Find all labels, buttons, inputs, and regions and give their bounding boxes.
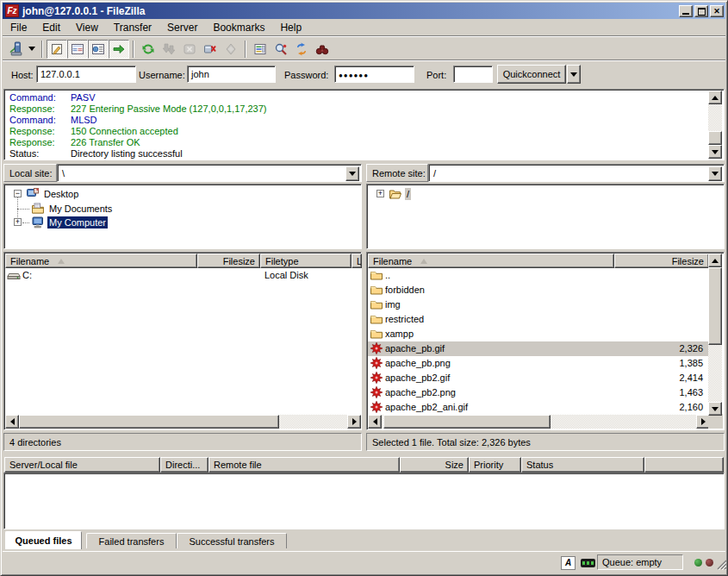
queue-column-size[interactable]: Size (400, 457, 469, 473)
file-row[interactable]: apache_pb.gif2,326 (368, 341, 710, 356)
queue-column-directi[interactable]: Directi... (160, 457, 208, 473)
quickconnect-dropdown-button[interactable] (567, 65, 581, 84)
scroll-down-button[interactable] (708, 402, 722, 416)
file-row[interactable]: apache_pb2.gif2,414 (368, 371, 710, 385)
title-bar[interactable]: Fz john@127.0.0.1 - FileZilla ✕ (3, 3, 725, 19)
local-site-bar: Local site: \ (3, 164, 362, 182)
column-header-label: L (357, 256, 362, 266)
file-row[interactable]: apache_pb2.png1,463 (368, 385, 710, 400)
tree-connector (22, 222, 29, 223)
site-manager-dropdown-button[interactable] (26, 40, 38, 59)
host-input[interactable]: 127.0.0.1 (36, 66, 136, 83)
image-file-icon (370, 371, 383, 385)
port-input[interactable] (453, 66, 493, 83)
scroll-left-button[interactable] (5, 415, 19, 429)
queue-column-priority[interactable]: Priority (469, 457, 521, 473)
directory-comparison-button[interactable] (271, 40, 291, 59)
refresh-button[interactable] (138, 40, 159, 59)
tree-item[interactable]: −Desktop (4, 187, 361, 201)
queue-column-status[interactable]: Status (521, 457, 644, 473)
menu-bookmarks[interactable]: Bookmarks (205, 20, 272, 35)
column-header-filesize[interactable]: Filesize (614, 254, 709, 268)
column-header-filesize[interactable]: Filesize (197, 254, 260, 268)
toggle-queue-button[interactable] (109, 40, 129, 59)
reconnect-button[interactable] (221, 40, 241, 59)
column-header-filename[interactable]: Filename (368, 254, 614, 268)
process-queue-button[interactable] (159, 40, 179, 59)
scroll-thumb[interactable] (19, 415, 279, 429)
queue-status: Queue: empty (597, 554, 683, 570)
toggle-message-log-icon (50, 42, 64, 56)
transfer-type-icon[interactable]: A (561, 556, 576, 570)
menu-help[interactable]: Help (272, 20, 309, 35)
maximize-button[interactable] (694, 5, 708, 17)
tab-successful-transfers[interactable]: Successful transfers (177, 533, 287, 548)
tab-queued-files[interactable]: Queued files (5, 531, 82, 549)
synchronized-browsing-icon (295, 42, 308, 56)
synchronized-browsing-button[interactable] (291, 40, 312, 59)
remote-site-combo[interactable]: / (428, 164, 725, 182)
scroll-down-button[interactable] (708, 145, 722, 159)
file-name: forbidden (385, 285, 425, 295)
scroll-up-button[interactable] (708, 254, 722, 267)
site-manager-button[interactable] (5, 40, 26, 59)
file-row[interactable]: apache_pb2_ani.gif2,160 (368, 400, 710, 415)
local-site-combo[interactable]: \ (57, 164, 362, 182)
log-scroll-thumb[interactable] (708, 131, 722, 145)
tree-item[interactable]: +My Computer (4, 216, 361, 229)
menu-server[interactable]: Server (159, 20, 205, 35)
column-header-l[interactable]: L (352, 254, 362, 268)
expander-minus-icon[interactable]: − (14, 190, 22, 197)
file-row[interactable]: C:Local Disk (5, 268, 362, 283)
scroll-right-button[interactable] (347, 415, 361, 429)
tree-item[interactable]: +/ (367, 187, 724, 201)
local-list-hscrollbar[interactable] (5, 415, 361, 429)
find-files-button[interactable] (312, 40, 333, 59)
file-row[interactable]: img (368, 297, 710, 312)
remote-list-hscrollbar[interactable] (368, 415, 710, 429)
password-input[interactable]: ●●●●●● (334, 66, 414, 83)
scroll-up-button[interactable] (708, 91, 722, 104)
scroll-left-button[interactable] (368, 415, 382, 429)
file-row[interactable]: apache_pb.png1,385 (368, 356, 710, 371)
column-header-filetype[interactable]: Filetype (260, 254, 352, 268)
menu-transfer[interactable]: Transfer (106, 20, 159, 35)
file-row[interactable]: forbidden (368, 283, 710, 297)
file-name: img (385, 299, 401, 310)
expander-plus-icon[interactable]: + (14, 218, 22, 226)
menu-file[interactable]: File (3, 20, 34, 35)
log-scrollbar[interactable] (708, 91, 723, 159)
tab-failed-transfers[interactable]: Failed transfers (86, 533, 177, 548)
scroll-thumb[interactable] (708, 267, 722, 345)
filter-button[interactable] (250, 40, 271, 59)
cancel-button[interactable] (179, 40, 200, 59)
minimize-button[interactable] (679, 5, 693, 17)
menu-edit[interactable]: Edit (34, 20, 68, 35)
username-input[interactable]: john (187, 66, 276, 83)
log-line-text: 226 Transfer OK (71, 137, 140, 148)
file-name: apache_pb2_ani.gif (385, 402, 468, 412)
toggle-remote-tree-button[interactable] (88, 40, 109, 59)
combo-dropdown-button[interactable] (708, 166, 722, 181)
toggle-local-tree-button[interactable] (67, 40, 88, 59)
scroll-thumb[interactable] (383, 415, 551, 429)
menu-view[interactable]: View (68, 20, 106, 35)
remote-list-vscrollbar[interactable] (708, 254, 723, 416)
disconnect-button[interactable] (200, 40, 221, 59)
queue-column-remotefile[interactable]: Remote file (208, 457, 400, 473)
folder-icon (370, 327, 383, 341)
close-button[interactable]: ✕ (710, 5, 724, 17)
file-row[interactable]: xampp (368, 327, 710, 341)
quickconnect-button[interactable]: Quickconnect (497, 65, 566, 84)
speed-limit-icon[interactable] (581, 559, 595, 567)
tree-item[interactable]: My Documents (4, 202, 361, 216)
file-row[interactable]: .. (368, 268, 710, 283)
file-row[interactable]: restricted (368, 312, 710, 327)
username-label: Username: (139, 70, 185, 80)
expander-plus-icon[interactable]: + (376, 190, 384, 197)
toggle-message-log-button[interactable] (47, 40, 67, 59)
column-header-filename[interactable]: Filename (5, 254, 197, 268)
resize-grip[interactable] (715, 558, 727, 570)
queue-column-serverlocalfile[interactable]: Server/Local file (4, 457, 160, 473)
combo-dropdown-button[interactable] (345, 166, 359, 181)
